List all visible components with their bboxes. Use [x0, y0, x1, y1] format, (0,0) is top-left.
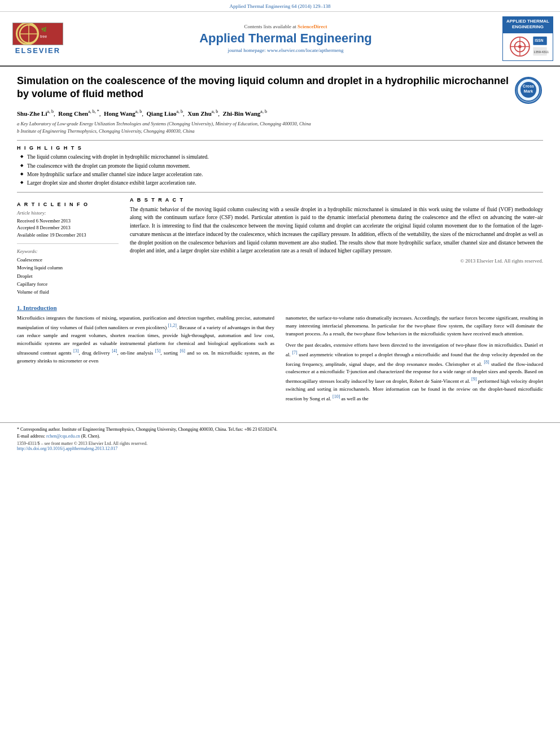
abstract-label: A B S T R A C T	[130, 197, 543, 203]
page-footer: * Corresponding author. Institute of Eng…	[0, 422, 560, 451]
crossmark-logo[interactable]: Cross Mark	[515, 77, 543, 104]
journal-title: Applied Thermal Engineering	[75, 31, 497, 46]
affiliation-a: a Key Laboratory of Low-grade Energy Uti…	[17, 120, 543, 128]
keyword-4: Capillary force	[17, 280, 119, 288]
elsevier-logo-left: 🌿 tree ELSEVIER	[7, 23, 69, 55]
received-date: Received 6 November 2013	[17, 217, 119, 225]
intro-heading: 1. Introduction	[17, 304, 543, 311]
right-logo-text: APPLIED THERMAL ENGINEERING	[502, 16, 553, 33]
copyright-line: © 2013 Elsevier Ltd. All rights reserved…	[130, 258, 543, 264]
intro-section: 1. Introduction Microfluidics integrates…	[17, 304, 543, 407]
journal-center-header: Contents lists available at ScienceDirec…	[75, 24, 497, 53]
svg-point-1	[20, 25, 38, 43]
keyword-1: Coalescence	[17, 256, 119, 264]
page: Applied Thermal Engineering 64 (2014) 12…	[0, 0, 560, 747]
accepted-date: Accepted 8 December 2013	[17, 224, 119, 231]
sciencedirect-line: Contents lists available at ScienceDirec…	[75, 24, 497, 29]
article-title: Simulation on the coalescence of the mov…	[17, 75, 509, 101]
right-logo-graphic: ISSN 1359-4311	[502, 33, 553, 61]
abstract-col: A B S T R A C T The dynamic behavior of …	[130, 197, 543, 296]
divider-2	[17, 192, 543, 193]
ref-5: [5]	[155, 348, 160, 353]
ref-4: [4]	[112, 348, 117, 353]
ref-8: [8]	[484, 360, 489, 365]
svg-text:1359-4311: 1359-4311	[533, 50, 549, 54]
svg-text:ISSN: ISSN	[535, 38, 544, 42]
svg-text:🌿: 🌿	[41, 27, 47, 32]
intro-para-1: Microfluidics integrates the functions o…	[17, 314, 274, 365]
journal-header: 🌿 tree ELSEVIER Contents lists available…	[0, 12, 560, 67]
intro-left-col: Microfluidics integrates the functions o…	[17, 314, 274, 407]
highlight-4: Larger droplet size and shorter droplet …	[20, 180, 543, 187]
svg-text:Mark: Mark	[524, 89, 533, 93]
email-link[interactable]: rchen@cqu.edu.cn	[46, 434, 80, 439]
divider-1	[17, 140, 543, 141]
intro-two-col: Microfluidics integrates the functions o…	[17, 314, 543, 407]
authors-line: Shu-Zhe Lia, b, Rong Chena, b, *, Hong W…	[17, 108, 543, 118]
keyword-3: Droplet	[17, 272, 119, 280]
highlight-3: More hydrophilic surface and smaller cha…	[20, 171, 543, 178]
journal-citation: Applied Thermal Engineering 64 (2014) 12…	[229, 3, 330, 9]
abstract-text: The dynamic behavior of the moving liqui…	[130, 206, 543, 255]
keyword-5: Volume of fluid	[17, 288, 119, 296]
svg-text:Cross: Cross	[523, 84, 534, 88]
elsevier-graphic: 🌿 tree	[12, 23, 63, 45]
intro-right-col: nanometer, the surface-to-volume ratio d…	[286, 314, 543, 407]
article-title-section: Simulation on the coalescence of the mov…	[17, 75, 543, 104]
sciencedirect-link[interactable]: ScienceDirect	[298, 24, 327, 29]
footer-issn: 1359-4311/$ – see front matter © 2013 El…	[17, 441, 543, 446]
article-info-label: A R T I C L E I N F O	[17, 202, 119, 207]
intro-right-para-1: nanometer, the surface-to-volume ratio d…	[286, 314, 543, 338]
affiliations: a Key Laboratory of Low-grade Energy Uti…	[17, 120, 543, 135]
elsevier-wordmark: ELSEVIER	[15, 46, 60, 55]
ref-6: [6]	[180, 348, 185, 353]
footer-doi[interactable]: http://dx.doi.org/10.1016/j.applthermale…	[17, 446, 543, 451]
svg-rect-0	[13, 23, 63, 45]
keywords-section: Keywords: Coalescence Moving liquid colu…	[17, 248, 119, 296]
journal-homepage: journal homepage: www.elsevier.com/locat…	[75, 47, 497, 53]
svg-text:tree: tree	[40, 34, 47, 38]
keywords-label: Keywords:	[17, 248, 119, 254]
highlight-1: The liquid column coalescing with drople…	[20, 154, 543, 161]
top-bar: Applied Thermal Engineering 64 (2014) 12…	[0, 0, 560, 12]
article-history: Article history: Received 6 November 201…	[17, 210, 119, 239]
highlight-2: The coalescence with the droplet can pro…	[20, 163, 543, 170]
ref-3: [3]	[73, 348, 78, 353]
ref-9: [9]	[471, 377, 476, 382]
email-note: E-mail address: rchen@cqu.edu.cn (R. Che…	[17, 433, 543, 440]
article-info-col: A R T I C L E I N F O Article history: R…	[17, 197, 119, 296]
ref-7: [7]	[292, 350, 297, 355]
corresponding-author-note: * Corresponding author. Institute of Eng…	[17, 426, 543, 433]
ref-1-2: [1,2]	[168, 323, 177, 328]
divider-keywords	[17, 243, 119, 244]
main-content: Simulation on the coalescence of the mov…	[0, 67, 560, 414]
affiliation-b: b Institute of Engineering Thermophysics…	[17, 128, 543, 135]
available-date: Available online 19 December 2013	[17, 231, 119, 239]
article-info-abstract: A R T I C L E I N F O Article history: R…	[17, 197, 543, 296]
intro-right-para-2: Over the past decades, extensive efforts…	[286, 342, 543, 404]
ref-10: [10]	[333, 394, 340, 399]
crossmark-icon[interactable]: Cross Mark	[515, 77, 542, 104]
keyword-2: Moving liquid column	[17, 264, 119, 272]
journal-logo-right: APPLIED THERMAL ENGINEERING ISSN 1359-43…	[502, 16, 553, 61]
highlights-list: The liquid column coalescing with drople…	[17, 154, 543, 187]
highlights-label: H I G H L I G H T S	[17, 145, 543, 151]
history-label: Article history:	[17, 210, 119, 216]
